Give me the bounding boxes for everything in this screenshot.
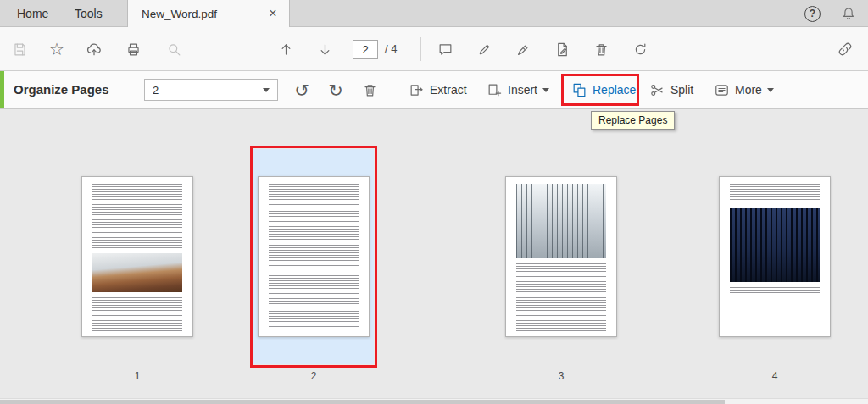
split-label: Split — [670, 83, 693, 97]
chevron-down-icon — [263, 88, 270, 92]
search-icon — [166, 42, 182, 58]
toolbar-divider — [420, 37, 421, 61]
text-lines — [92, 297, 182, 331]
horizontal-scrollbar[interactable] — [0, 398, 868, 404]
scrollbar-thumb[interactable] — [0, 400, 725, 404]
page-thumbnail-3[interactable] — [505, 176, 617, 337]
text-lines — [269, 275, 359, 306]
chevron-down-icon — [542, 88, 549, 92]
text-lines — [269, 245, 359, 270]
acrobat-window: Home Tools New_Word.pdf × ? ☆ — [0, 0, 868, 404]
rotate-right-button[interactable]: ↻ — [322, 77, 349, 102]
text-lines — [269, 311, 359, 331]
sign-button[interactable] — [509, 35, 537, 64]
page-range-value: 2 — [153, 84, 159, 97]
share-link-button[interactable] — [831, 35, 860, 64]
text-lines — [730, 287, 820, 294]
more-label: More — [735, 83, 762, 97]
page-thumbnail-4[interactable] — [719, 176, 831, 337]
page-label-2: 2 — [258, 370, 370, 382]
next-page-button[interactable] — [310, 35, 339, 64]
document-tab[interactable]: New_Word.pdf × — [127, 0, 290, 27]
pen-nib-icon — [515, 42, 531, 58]
arrow-up-icon — [278, 42, 294, 58]
page-label-1: 1 — [81, 370, 193, 382]
tool-title: Organize Pages — [14, 71, 109, 108]
star-button[interactable]: ☆ — [42, 35, 71, 64]
scissors-icon — [649, 82, 665, 98]
page-thumbnail-2[interactable] — [258, 176, 370, 337]
insert-button[interactable]: Insert — [487, 71, 549, 108]
insert-page-icon — [487, 82, 503, 98]
tab-home[interactable]: Home — [10, 0, 55, 27]
page-thumbnail-1[interactable] — [81, 176, 193, 337]
extract-page-icon — [409, 82, 425, 98]
text-lines — [92, 219, 182, 248]
save-icon — [12, 42, 28, 58]
printer-icon — [125, 42, 142, 58]
page-label-4: 4 — [719, 370, 831, 382]
search-button[interactable] — [159, 35, 188, 64]
refresh-icon — [632, 42, 648, 58]
close-icon[interactable]: × — [265, 6, 281, 21]
snow-forest-photo — [516, 184, 606, 258]
print-button[interactable] — [119, 35, 147, 64]
tabbar-right-actions: ? — [804, 0, 856, 27]
chevron-down-icon — [767, 88, 774, 92]
previous-page-button[interactable] — [271, 35, 300, 64]
fill-sign-button[interactable] — [548, 35, 576, 64]
comment-bubble-icon — [437, 42, 453, 58]
text-lines — [516, 263, 606, 292]
comment-button[interactable] — [431, 35, 459, 64]
tab-tools[interactable]: Tools — [68, 0, 109, 27]
page-count-label: / 4 — [385, 27, 397, 71]
bell-icon[interactable] — [841, 6, 856, 21]
replace-pages-icon — [571, 82, 587, 98]
mountain-photo — [92, 253, 182, 292]
delete-pages-button[interactable] — [356, 77, 383, 102]
dark-forest-photo — [730, 208, 820, 282]
text-lines — [730, 184, 820, 202]
star-icon: ☆ — [49, 41, 64, 58]
text-lines — [92, 184, 182, 216]
toolbar-divider — [392, 78, 392, 102]
page-range-select[interactable]: 2 — [144, 79, 278, 101]
extract-button[interactable]: Extract — [409, 71, 467, 108]
page-label-3: 3 — [505, 370, 617, 382]
more-options-icon — [714, 82, 730, 98]
replace-button[interactable]: Replace — [571, 71, 636, 108]
rotate-left-icon: ↺ — [294, 81, 309, 99]
link-icon — [837, 41, 854, 58]
replace-label: Replace — [593, 83, 636, 97]
pencil-icon — [476, 42, 492, 58]
text-lines — [269, 211, 359, 240]
rotate-left-button[interactable]: ↺ — [288, 77, 315, 102]
tool-accent-bar — [0, 71, 4, 108]
delete-page-button[interactable] — [587, 35, 615, 64]
insert-label: Insert — [508, 83, 537, 97]
organize-pages-toolbar: Organize Pages 2 ↺ ↻ Extract I — [0, 71, 868, 109]
text-lines — [516, 297, 606, 331]
share-upload-button[interactable] — [80, 35, 108, 64]
extract-label: Extract — [430, 83, 467, 97]
page-number-input[interactable]: 2 — [353, 40, 378, 59]
more-button[interactable]: More — [714, 71, 774, 108]
text-lines — [269, 184, 359, 206]
highlight-button[interactable] — [470, 35, 498, 64]
quick-tools-toolbar: ☆ 2 / 4 — [0, 27, 868, 71]
arrow-down-icon — [317, 42, 333, 58]
document-tab-label: New_Word.pdf — [142, 8, 217, 20]
split-button[interactable]: Split — [649, 71, 693, 108]
trash-icon — [593, 42, 609, 58]
help-icon[interactable]: ? — [804, 6, 821, 22]
document-pen-icon — [554, 42, 570, 58]
save-button[interactable] — [5, 35, 34, 64]
app-tab-bar: Home Tools New_Word.pdf × ? — [0, 0, 868, 27]
trash-icon — [362, 82, 378, 98]
rotate-right-icon: ↻ — [328, 81, 343, 99]
refresh-button[interactable] — [626, 35, 654, 64]
thumbnail-grid: 1 2 3 4 — [0, 109, 868, 404]
cloud-upload-icon — [86, 41, 103, 58]
